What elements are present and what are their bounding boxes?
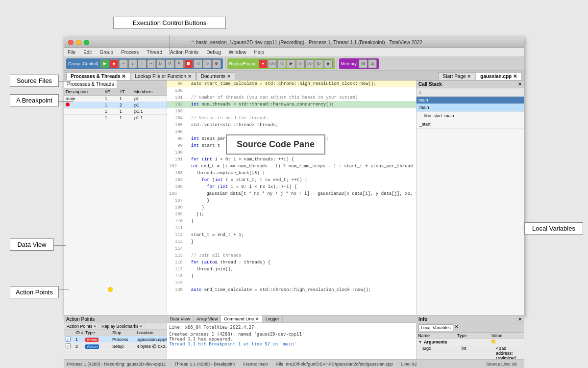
col-t: #T bbox=[120, 89, 134, 94]
back-button[interactable]: ◁ bbox=[194, 59, 202, 68]
menu-action-points[interactable]: Action Points bbox=[169, 50, 200, 55]
callstack-item-start[interactable]: _start bbox=[416, 120, 524, 129]
code-line-102b: 102 int end_t = (i == num_threads - 1) ?… bbox=[167, 163, 416, 170]
replay-group: ReplayEngine ● ◁◁ ◁ ▶ ▷ ▷▷ |▷ ■ bbox=[227, 58, 335, 69]
close-button[interactable] bbox=[68, 40, 74, 45]
code-line-117: 117 thread.join(); bbox=[167, 266, 416, 273]
menu-window[interactable]: Window bbox=[227, 50, 248, 55]
code-line-blank5: 119 bbox=[167, 280, 416, 287]
local-vars-tab[interactable]: Local Variables bbox=[418, 324, 453, 331]
callstack-item-main[interactable]: main bbox=[416, 104, 524, 112]
tab-start-page[interactable]: Start Page ✕ bbox=[438, 72, 475, 80]
subtab-action-points[interactable]: Action Points » bbox=[64, 323, 99, 329]
thread-row[interactable]: main 1 1 p1 bbox=[64, 96, 167, 102]
action-points-yellow-dot bbox=[108, 287, 113, 292]
source-code[interactable]: 99 auto start_time_calculate = std::chro… bbox=[167, 80, 416, 315]
fwd-button[interactable]: ▷ bbox=[203, 59, 212, 68]
panel-tab-processes[interactable]: Processes & Threads bbox=[64, 80, 117, 88]
tab-lookup[interactable]: Lookup File or Function ✕ bbox=[131, 72, 196, 80]
var-col-name: Name bbox=[418, 333, 457, 338]
action-row-2[interactable]: 2 Watch Setup 4 bytes @ 0x0... bbox=[64, 343, 167, 350]
restart-button[interactable]: ↺ bbox=[166, 59, 174, 68]
local-vars-close-tab[interactable]: ✕ bbox=[455, 324, 459, 331]
check1[interactable] bbox=[66, 337, 75, 342]
code-line-112: 112 start_t = end_t + 1; bbox=[167, 232, 416, 238]
replay-step-back-button[interactable]: ◁ bbox=[277, 59, 286, 68]
replay-play-button[interactable]: ▶ bbox=[287, 59, 295, 68]
menu-file[interactable]: File bbox=[66, 50, 77, 55]
menu-help[interactable]: Help bbox=[252, 50, 266, 55]
replay-end-button[interactable]: |▷ bbox=[315, 59, 323, 68]
memory-btn1[interactable]: M bbox=[359, 59, 368, 68]
replay-stop-button[interactable]: ■ bbox=[324, 59, 333, 68]
tab-logger[interactable]: Logger bbox=[263, 315, 283, 322]
annotation-arrow-data-view bbox=[54, 245, 66, 246]
code-line-close4: 110 } bbox=[167, 218, 416, 225]
thread-row-selected[interactable]: 1 2 p1 bbox=[64, 102, 167, 108]
data-view-tabs: Data View Array View Command Line ✕ Logg… bbox=[167, 315, 416, 323]
source-files-label: Source Files bbox=[10, 75, 59, 87]
vars-group-arguments[interactable]: ▼Arguments bbox=[416, 339, 524, 345]
step-out-button[interactable]: ↑ bbox=[138, 59, 147, 68]
kill-button[interactable]: ✕ bbox=[175, 59, 184, 68]
code-line-120: 120 auto end_time_calculate = std::chron… bbox=[167, 287, 416, 293]
thread-row-p11b[interactable]: 1 1 p1.1 bbox=[64, 115, 167, 121]
left-panel: Processes & Threads Description #P #T Me… bbox=[64, 80, 167, 315]
tab-documents[interactable]: Documents ✕ bbox=[196, 72, 235, 80]
col-p: #P bbox=[105, 89, 120, 94]
sep1 bbox=[225, 59, 225, 69]
callstack-header: Call Stack ✕ bbox=[416, 80, 524, 88]
next-button[interactable]: → bbox=[119, 59, 128, 68]
menu-thread[interactable]: Thread bbox=[145, 50, 164, 55]
thread-t3: 1 bbox=[120, 109, 134, 114]
tab-data-view[interactable]: Data View bbox=[167, 315, 194, 322]
halt-button[interactable]: ⏹ bbox=[184, 59, 193, 68]
replay-step-fwd-button[interactable]: ▷ bbox=[296, 59, 305, 68]
replay-record-button[interactable]: ● bbox=[259, 59, 268, 68]
minimize-button[interactable] bbox=[76, 40, 81, 45]
callstack-close[interactable]: ✕ bbox=[518, 81, 522, 87]
menu-edit[interactable]: Edit bbox=[82, 50, 93, 55]
code-line-blank4: 114 bbox=[167, 245, 416, 252]
maximize-button[interactable] bbox=[84, 40, 89, 45]
check2[interactable] bbox=[66, 343, 75, 349]
log-line-1: Line: x86_64 TotalView 2022.4.27 bbox=[169, 325, 414, 330]
callstack-title: Call Stack bbox=[418, 81, 442, 87]
continue-button[interactable]: ▷ bbox=[156, 59, 165, 68]
right-panel: Call Stack ✕ ↕ main main __libc_start_ma… bbox=[416, 80, 524, 315]
settings-button[interactable]: ⚙ bbox=[212, 59, 221, 68]
action-row-1[interactable]: 1 Break Process ./gaussian.cpp#5l... 92 bbox=[64, 336, 167, 343]
code-line-99a: 99 auto start_time_calculate = std::chro… bbox=[167, 80, 416, 87]
step-button[interactable]: ↓ bbox=[128, 59, 137, 68]
group-control-label: Group [Control] bbox=[68, 61, 98, 66]
id1: 1 bbox=[75, 337, 85, 342]
info-close[interactable]: ✕ bbox=[518, 316, 522, 322]
thread-t4: 1 bbox=[120, 115, 134, 120]
vars-table-header: Name Type Value bbox=[416, 333, 524, 339]
thread-bp-icon bbox=[66, 103, 105, 107]
callstack-main-badge: main bbox=[416, 97, 524, 104]
subtab-replay-bookmarks[interactable]: Replay Bookmarks » bbox=[99, 323, 145, 329]
callstack-item-libc[interactable]: __libc_start_main bbox=[416, 112, 524, 120]
menu-group[interactable]: Group bbox=[98, 50, 115, 55]
tab-command-line[interactable]: Command Line ✕ bbox=[221, 315, 263, 322]
stop2: Setup bbox=[112, 344, 137, 349]
stop-button[interactable]: ■ bbox=[110, 59, 119, 68]
log-line-4: Thread 1.1 hit Breakpoint 1 at line 92 i… bbox=[169, 342, 414, 346]
tab-processes-threads[interactable]: Processes & Threads ✕ bbox=[66, 72, 130, 80]
replay-back-button[interactable]: ◁◁ bbox=[268, 59, 277, 68]
tab-array-view[interactable]: Array View bbox=[194, 315, 221, 322]
thread-row-p11[interactable]: 1 1 p1.1 bbox=[64, 108, 167, 115]
menu-process[interactable]: Process bbox=[120, 50, 140, 55]
callstack-items: main main __libc_start_main _start bbox=[416, 97, 524, 315]
a-breakpoint-label: A Breakpoint bbox=[10, 94, 59, 106]
play-button[interactable]: ▶ bbox=[100, 59, 109, 68]
args-yellow-dot bbox=[491, 340, 522, 344]
col-description: Description bbox=[66, 89, 105, 94]
run-to-button[interactable]: →| bbox=[147, 59, 156, 68]
tab-gaussian[interactable]: gaussian.cpp ✕ bbox=[476, 72, 521, 80]
memory-btn2[interactable]: ⚠ bbox=[368, 59, 377, 68]
replay-fwd-button[interactable]: ▷▷ bbox=[305, 59, 314, 68]
local-vars-header: Info ✕ bbox=[416, 315, 524, 323]
menu-debug[interactable]: Debug bbox=[205, 50, 222, 55]
